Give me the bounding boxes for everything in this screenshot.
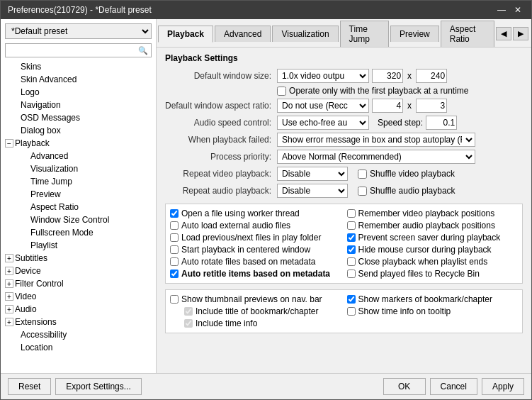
expander-icon: +	[5, 318, 13, 326]
sidebar-item-playback-group[interactable]: −Playback	[1, 137, 156, 150]
tab-next-button[interactable]: ▶	[513, 27, 528, 40]
checkbox-start-centered[interactable]	[170, 245, 179, 254]
checkbox-label-send-recycle: Send played files to Recycle Bin	[358, 269, 480, 279]
bottom-checkbox-item-show-bookmark-markers: Show markers of bookmark/chapter	[347, 294, 519, 304]
sidebar-item-fullscreen-mode[interactable]: Fullscreen Mode	[1, 226, 156, 239]
sidebar-item-accessibility[interactable]: Accessibility	[1, 328, 156, 341]
expander-icon: +	[5, 279, 13, 288]
audio-speed-select[interactable]: Use echo-free au	[277, 116, 369, 130]
tab-aspect-ratio[interactable]: Aspect Ratio	[441, 21, 494, 47]
checkbox-send-recycle[interactable]	[347, 270, 356, 278]
footer: Reset Export Settings... OK Cancel Apply	[1, 373, 531, 399]
bottom-checkboxes-area: Show thumbnail previews on nav. barShow …	[165, 289, 523, 333]
checkbox-close-playlist[interactable]	[347, 257, 356, 266]
checkbox-item-prevent-screen-saver: Prevent screen saver during playback	[347, 233, 519, 243]
sidebar-item-advanced[interactable]: Advanced	[1, 150, 156, 162]
sidebar-item-skins[interactable]: Skins	[1, 60, 156, 73]
search-input[interactable]	[6, 44, 135, 57]
apply-button[interactable]: Apply	[482, 378, 524, 395]
close-button[interactable]: ✕	[511, 5, 524, 15]
shuffle-audio-checkbox[interactable]	[358, 187, 367, 196]
reset-button[interactable]: Reset	[8, 378, 51, 395]
search-bar: 🔍	[5, 43, 152, 57]
operate-only-checkbox[interactable]	[277, 87, 286, 96]
window-size-select[interactable]: 1.0x video outpu	[277, 69, 369, 83]
repeat-audio-select[interactable]: Disable	[277, 184, 348, 198]
checkbox-remember-audio[interactable]	[347, 221, 356, 230]
ok-button[interactable]: OK	[383, 378, 426, 395]
checkbox-item-auto-rotate: Auto rotate files based on metadata	[170, 257, 341, 267]
sidebar-item-subtitles-group[interactable]: +Subtitles	[1, 252, 156, 265]
window-size-width[interactable]	[372, 69, 403, 83]
checkbox-show-bookmark-markers[interactable]	[347, 295, 356, 304]
expander-icon: +	[5, 305, 13, 313]
checkbox-open-worker[interactable]	[170, 209, 179, 218]
export-settings-button[interactable]: Export Settings...	[55, 378, 141, 395]
sidebar-item-filter-control-group[interactable]: +Filter Control	[1, 277, 156, 290]
aspect-den[interactable]	[416, 99, 447, 113]
search-icon: 🔍	[135, 45, 151, 57]
sidebar-item-audio-group[interactable]: +Audio	[1, 303, 156, 316]
repeat-audio-control: Disable Shuffle audio playback	[277, 184, 523, 198]
minimize-button[interactable]: —	[494, 5, 509, 15]
operate-only-control: Operate only with the first playback at …	[277, 86, 523, 96]
tab-advanced[interactable]: Advanced	[215, 26, 271, 42]
shuffle-video-label: Shuffle video playback	[370, 169, 455, 179]
repeat-video-select[interactable]: Disable	[277, 167, 348, 181]
sidebar-item-dialog-box[interactable]: Dialog box	[1, 124, 156, 137]
sidebar-item-device-group[interactable]: +Device	[1, 265, 156, 277]
sidebar-item-skin-advanced[interactable]: Skin Advanced	[1, 73, 156, 86]
sidebar-item-playlist[interactable]: Playlist	[1, 239, 156, 252]
sidebar-item-osd-messages[interactable]: OSD Messages	[1, 111, 156, 124]
sidebar-item-extensions-group[interactable]: +Extensions	[1, 316, 156, 328]
checkbox-auto-rotate[interactable]	[170, 257, 179, 266]
shuffle-video-checkbox[interactable]	[358, 170, 367, 179]
default-window-size-label: Default window size:	[165, 71, 271, 81]
speed-step-input[interactable]	[426, 116, 457, 130]
preset-select[interactable]: *Default preset	[5, 23, 152, 39]
settings-grid: Default window size: 1.0x video outpu x …	[165, 69, 523, 198]
sidebar-item-window-size-control[interactable]: Window Size Control	[1, 213, 156, 226]
tab-visualization[interactable]: Visualization	[272, 26, 338, 42]
tab-preview[interactable]: Preview	[390, 26, 439, 42]
audio-speed-control: Use echo-free au Speed step:	[277, 116, 523, 130]
checkbox-label-auto-load-audio: Auto load external audio files	[181, 221, 290, 230]
process-priority-select[interactable]: Above Normal (Recommended)	[277, 150, 475, 164]
tab-prev-button[interactable]: ◀	[496, 27, 511, 40]
window-size-height[interactable]	[416, 69, 447, 83]
checkbox-auto-retitle[interactable]	[170, 270, 179, 278]
sidebar-item-preview[interactable]: Preview	[1, 188, 156, 201]
checkbox-include-title-bookmark	[184, 307, 193, 316]
checkbox-show-time-info[interactable]	[347, 307, 356, 316]
bottom-checkbox-label-show-bookmark-markers: Show markers of bookmark/chapter	[358, 294, 492, 304]
checkbox-load-previous[interactable]	[170, 233, 179, 242]
checkbox-item-auto-retitle: Auto retitle items based on metadata	[170, 269, 341, 279]
sidebar-item-logo[interactable]: Logo	[1, 86, 156, 99]
checkbox-label-auto-retitle: Auto retitle items based on metadata	[181, 269, 330, 279]
sidebar-item-location[interactable]: Location	[1, 341, 156, 354]
sidebar-item-visualization[interactable]: Visualization	[1, 162, 156, 175]
sidebar-item-aspect-ratio[interactable]: Aspect Ratio	[1, 201, 156, 213]
aspect-select[interactable]: Do not use (Recc	[277, 99, 369, 113]
checkbox-auto-load-audio[interactable]	[170, 221, 179, 230]
aspect-num[interactable]	[372, 99, 403, 113]
checkbox-label-remember-audio: Remember audio playback positions	[358, 221, 495, 230]
speed-step-label: Speed step:	[378, 118, 423, 128]
footer-right: OK Cancel Apply	[383, 378, 524, 395]
main-checkboxes-area: Open a file using worker threadRemember …	[165, 204, 523, 284]
sidebar-item-navigation[interactable]: Navigation	[1, 99, 156, 111]
checkbox-hide-cursor[interactable]	[347, 245, 356, 254]
checkbox-prevent-screen-saver[interactable]	[347, 233, 356, 242]
expander-icon: +	[5, 267, 13, 275]
titlebar-buttons: — ✕	[494, 5, 524, 15]
tab-playback[interactable]: Playback	[158, 26, 213, 43]
checkbox-remember-video[interactable]	[347, 209, 356, 218]
cancel-button[interactable]: Cancel	[430, 378, 477, 395]
sidebar-item-time-jump[interactable]: Time Jump	[1, 175, 156, 188]
tab-time-jump[interactable]: Time Jump	[340, 21, 390, 47]
checkbox-label-auto-rotate: Auto rotate files based on metadata	[181, 257, 315, 267]
sidebar-item-video-group[interactable]: +Video	[1, 290, 156, 303]
when-failed-select[interactable]: Show error message in box and stop autop…	[277, 133, 475, 147]
sidebar-item-label: Extensions	[15, 317, 57, 327]
checkbox-thumbnail-preview[interactable]	[170, 295, 179, 304]
